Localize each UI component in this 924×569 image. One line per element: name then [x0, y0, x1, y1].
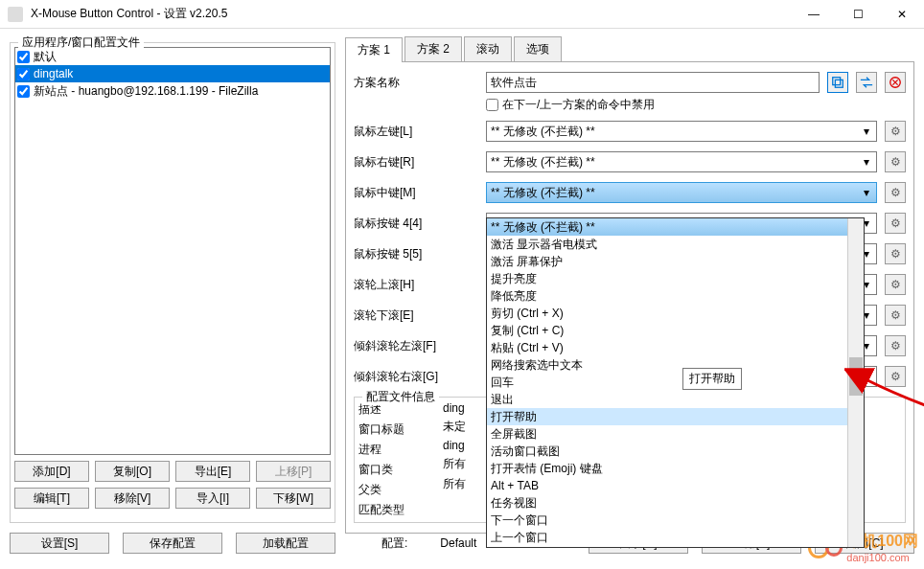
watermark-url: danji100.com: [846, 552, 918, 563]
action-dropdown[interactable]: ** 无修改 (不拦截) **激活 显示器省电模式激活 屏幕保护提升亮度降低亮度…: [486, 217, 865, 548]
import-button[interactable]: 导入[I]: [175, 488, 250, 509]
dropdown-item[interactable]: 剪切 (Ctrl + X): [487, 305, 847, 322]
chevron-down-icon: ▾: [859, 125, 874, 138]
dropdown-item[interactable]: 网络搜索选中文本: [487, 356, 847, 374]
gear-button[interactable]: ⚙: [885, 121, 906, 142]
info-process-label: 进程: [358, 442, 431, 458]
disable-prev-next-label: 在下一/上一方案的命令中禁用: [502, 97, 655, 113]
list-item-check[interactable]: [17, 85, 30, 98]
middlebtn-label: 鼠标中键[M]: [354, 185, 478, 201]
dropdown-item[interactable]: 打开表情 (Emoji) 键盘: [487, 460, 847, 477]
btn4-label: 鼠标按键 4[4]: [354, 216, 478, 232]
dropdown-item[interactable]: 任务视图: [487, 494, 847, 512]
dropdown-item[interactable]: ** 无修改 (不拦截) **: [487, 218, 847, 236]
dropdown-item[interactable]: 提升亮度: [487, 270, 847, 287]
wheeldown-label: 滚轮下滚[E]: [354, 307, 478, 324]
dropdown-item[interactable]: 全屏截图: [487, 425, 847, 443]
btn5-label: 鼠标按键 5[5]: [354, 246, 478, 262]
swap-icon-button[interactable]: [856, 72, 877, 93]
tooltip: 打开帮助: [682, 368, 742, 390]
dropdown-item[interactable]: Alt + TAB: [487, 477, 847, 494]
list-item[interactable]: 新站点 - huangbo@192.168.1.199 - FileZilla: [15, 82, 330, 100]
tab-scroll[interactable]: 滚动: [464, 36, 512, 61]
loadconfig-button[interactable]: 加载配置: [236, 533, 335, 554]
dropdown-item[interactable]: 上一个窗口: [487, 529, 847, 546]
profile-list-group: 应用程序/窗口配置文件 默认 dingtalk 新站点 - huangbo@19…: [10, 42, 335, 523]
tab-profile2[interactable]: 方案 2: [404, 36, 462, 61]
tab-body: 方案名称 在下一/上一方案的命令中禁用 鼠标左键[L] ** 无修改 (不拦截)…: [345, 62, 914, 534]
chevron-down-icon: ▾: [859, 186, 874, 199]
tiltright-label: 倾斜滚轮右滚[G]: [354, 369, 478, 385]
wheelup-label: 滚轮上滚[H]: [354, 277, 478, 293]
info-wintitle-label: 窗口标题: [358, 421, 431, 438]
dropdown-item[interactable]: 回车: [487, 374, 847, 391]
info-parent-label: 父类: [358, 482, 431, 498]
profile-name-label: 方案名称: [354, 75, 478, 91]
rightbtn-combo[interactable]: ** 无修改 (不拦截) **▾: [486, 151, 877, 172]
dropdown-item[interactable]: 显示/隐藏桌面: [487, 546, 847, 547]
gear-button[interactable]: ⚙: [885, 182, 906, 203]
add-button[interactable]: 添加[D]: [14, 461, 89, 482]
list-item-label: dingtalk: [34, 67, 73, 80]
tab-profile1[interactable]: 方案 1: [345, 37, 403, 62]
titlebar: X-Mouse Button Control - 设置 v2.20.5 — ☐ …: [0, 0, 924, 29]
info-match-label: 匹配类型: [358, 502, 431, 518]
gear-button[interactable]: ⚙: [885, 305, 906, 326]
info-winclass-label: 窗口类: [358, 462, 431, 478]
profile-listbox[interactable]: 默认 dingtalk 新站点 - huangbo@192.168.1.199 …: [14, 47, 331, 455]
list-item-check[interactable]: [17, 68, 30, 80]
dropdown-item[interactable]: 打开帮助: [487, 408, 847, 425]
dropdown-item[interactable]: 降低亮度: [487, 287, 847, 305]
chevron-down-icon: ▾: [859, 155, 874, 169]
gear-button[interactable]: ⚙: [885, 213, 906, 234]
rightbtn-label: 鼠标右键[R]: [354, 154, 478, 171]
svg-rect-0: [833, 78, 841, 85]
copy-button[interactable]: 复制[O]: [95, 461, 170, 482]
profile-list-label: 应用程序/窗口配置文件: [18, 34, 144, 51]
list-item-check[interactable]: [17, 51, 30, 63]
export-button[interactable]: 导出[E]: [175, 461, 250, 482]
dropdown-item[interactable]: 激活 屏幕保护: [487, 253, 847, 270]
copy-icon-button[interactable]: [827, 72, 848, 93]
middlebtn-combo[interactable]: ** 无修改 (不拦截) **▾: [486, 182, 877, 203]
dropdown-scrollbar[interactable]: [847, 218, 864, 547]
app-icon: [8, 7, 23, 22]
remove-button[interactable]: 移除[V]: [95, 488, 170, 509]
list-item-label: 默认: [34, 49, 57, 65]
window-title: X-Mouse Button Control - 设置 v2.20.5: [31, 6, 792, 22]
list-item[interactable]: dingtalk: [15, 65, 330, 82]
tiltleft-label: 倾斜滚轮左滚[F]: [354, 338, 478, 354]
tab-options[interactable]: 选项: [514, 36, 562, 61]
leftbtn-combo[interactable]: ** 无修改 (不拦截) **▾: [486, 121, 877, 142]
dropdown-item[interactable]: 退出: [487, 391, 847, 408]
dropdown-item[interactable]: 活动窗口截图: [487, 443, 847, 460]
dropdown-item[interactable]: 粘贴 (Ctrl + V): [487, 339, 847, 356]
settings-button[interactable]: 设置[S]: [10, 533, 109, 554]
edit-button[interactable]: 编辑[T]: [14, 488, 89, 509]
disable-prev-next-check[interactable]: [486, 99, 498, 111]
scrollbar-thumb[interactable]: [849, 357, 863, 396]
gear-button[interactable]: ⚙: [885, 274, 906, 295]
list-item-label: 新站点 - huangbo@192.168.1.199 - FileZilla: [34, 83, 258, 100]
minimize-button[interactable]: —: [792, 0, 836, 29]
maximize-button[interactable]: ☐: [836, 0, 880, 29]
gear-button[interactable]: ⚙: [885, 335, 906, 356]
config-value: Default: [440, 536, 476, 550]
svg-rect-1: [835, 80, 843, 87]
profile-name-input[interactable]: [486, 72, 820, 93]
saveconfig-button[interactable]: 保存配置: [123, 533, 222, 554]
dropdown-item[interactable]: 激活 显示器省电模式: [487, 236, 847, 253]
gear-button[interactable]: ⚙: [885, 151, 906, 172]
movedown-button[interactable]: 下移[W]: [256, 488, 331, 509]
dropdown-item[interactable]: 下一个窗口: [487, 512, 847, 529]
gear-button[interactable]: ⚙: [885, 243, 906, 264]
moveup-button[interactable]: 上移[P]: [256, 461, 331, 482]
gear-button[interactable]: ⚙: [885, 366, 906, 387]
config-label: 配置:: [381, 535, 407, 552]
tabs: 方案 1 方案 2 滚动 选项: [345, 36, 914, 62]
profile-info-label: 配置文件信息: [362, 389, 439, 405]
delete-icon-button[interactable]: [885, 72, 906, 93]
leftbtn-label: 鼠标左键[L]: [354, 124, 478, 140]
close-button[interactable]: ✕: [880, 0, 924, 29]
dropdown-item[interactable]: 复制 (Ctrl + C): [487, 322, 847, 339]
